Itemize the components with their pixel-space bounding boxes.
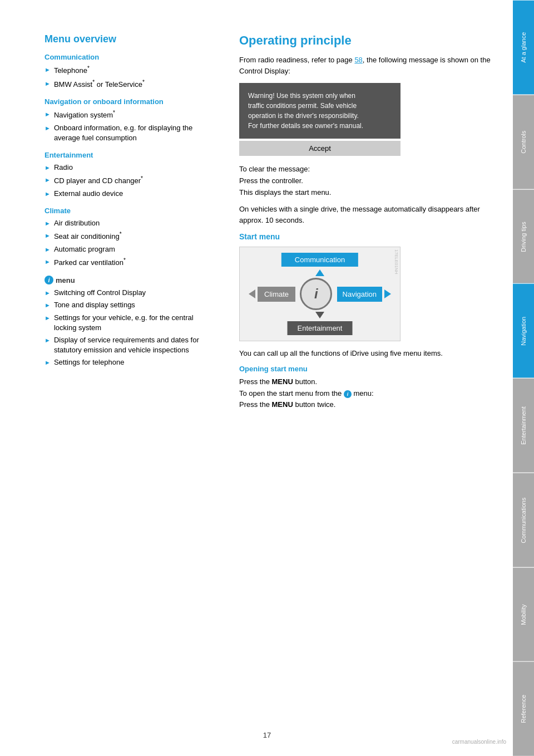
page-number: 17 xyxy=(263,731,271,739)
arrow-icon: ► xyxy=(44,246,51,254)
list-item: ► Display of service requirements and da… xyxy=(44,335,217,355)
arrow-icon: ► xyxy=(44,124,51,132)
list-item: ► Settings for telephone xyxy=(44,357,217,367)
list-item: ► Telephone* xyxy=(44,65,217,76)
imenu-title: i menu xyxy=(44,276,217,284)
arrow-down-icon xyxy=(315,312,324,318)
list-item: ► Automatic program xyxy=(44,244,217,254)
main-content: Menu overview Communication ► Telephone*… xyxy=(0,0,513,756)
entertainment-section: Entertainment ► Radio ► CD player and CD… xyxy=(44,151,217,199)
arrow-icon: ► xyxy=(44,359,51,367)
navigation-title: Navigation or onboard information xyxy=(44,97,217,106)
imenu-section: i menu ► Switching off Control Display ►… xyxy=(44,276,217,367)
climate-section: Climate ► Air distribution ► Seat air co… xyxy=(44,207,217,268)
warning-box: Warning! Use this system only when traff… xyxy=(239,83,400,139)
tab-controls[interactable]: Controls xyxy=(513,95,534,189)
info-icon-inline: i xyxy=(344,390,352,398)
arrow-left-icon xyxy=(249,289,255,298)
communication-title: Communication xyxy=(44,53,217,61)
arrow-icon: ► xyxy=(44,314,51,322)
arrow-icon: ► xyxy=(44,258,51,266)
list-item: ► Switching off Control Display xyxy=(44,288,217,298)
opening-start-text: Press the MENU button. To open the start… xyxy=(239,376,491,411)
list-item: ► Seat air conditioning* xyxy=(44,230,217,242)
menu-overview-title: Menu overview xyxy=(44,33,217,45)
navigation-section: Navigation or onboard information ► Navi… xyxy=(44,97,217,143)
tab-navigation[interactable]: Navigation xyxy=(513,283,534,378)
diagram-communication-label: Communication xyxy=(281,253,358,267)
right-sidebar: At a glance Controls Driving tips Naviga… xyxy=(513,0,534,756)
right-column: Operating principle From radio readiness… xyxy=(239,33,491,734)
arrow-icon: ► xyxy=(44,110,51,119)
arrow-right-icon xyxy=(384,289,391,298)
tab-at-a-glance[interactable]: At a glance xyxy=(513,0,534,95)
arrow-icon: ► xyxy=(44,219,51,228)
diagram-center-icon: i xyxy=(300,278,332,310)
arrow-icon: ► xyxy=(44,336,51,345)
diagram-navigation-group: Navigation xyxy=(337,287,391,302)
page-link[interactable]: 58 xyxy=(354,56,362,64)
communication-list: ► Telephone* ► BMW Assist* or TeleServic… xyxy=(44,65,217,90)
diagram-climate-group: Climate xyxy=(249,287,295,302)
start-menu-title: Start menu xyxy=(239,232,491,241)
single-drive-text: On vehicles with a single drive, the mes… xyxy=(239,204,491,225)
arrow-icon: ► xyxy=(44,176,51,184)
entertainment-list: ► Radio ► CD player and CD changer* ► Ex… xyxy=(44,163,217,199)
arrow-up-icon xyxy=(315,269,324,276)
arrow-icon: ► xyxy=(44,80,51,88)
arrow-icon: ► xyxy=(44,232,51,240)
left-column: Menu overview Communication ► Telephone*… xyxy=(44,33,217,734)
tab-communications[interactable]: Communications xyxy=(513,473,534,567)
info-icon: i xyxy=(44,276,53,284)
list-item: ► Parked car ventilation* xyxy=(44,257,217,268)
five-items-text: You can call up all the functions of iDr… xyxy=(239,348,491,359)
arrow-icon: ► xyxy=(44,190,51,198)
list-item: ► CD player and CD changer* xyxy=(44,175,217,186)
list-item: ► Settings for your vehicle, e.g. for th… xyxy=(44,313,217,333)
page-container: Menu overview Communication ► Telephone*… xyxy=(0,0,534,756)
list-item: ► Tone and display settings xyxy=(44,300,217,310)
diagram-climate-label: Climate xyxy=(258,287,295,302)
navigation-list: ► Navigation system* ► Onboard informati… xyxy=(44,109,217,143)
tab-mobility[interactable]: Mobility xyxy=(513,567,534,662)
clear-message-text: To clear the message: Press the controll… xyxy=(239,164,491,198)
tab-driving-tips[interactable]: Driving tips xyxy=(513,189,534,284)
list-item: ► External audio device xyxy=(44,189,217,199)
list-item: ► Navigation system* xyxy=(44,109,217,121)
accept-button[interactable]: Accept xyxy=(239,141,400,156)
list-item: ► Radio xyxy=(44,163,217,173)
entertainment-title: Entertainment xyxy=(44,151,217,159)
imenu-list: ► Switching off Control Display ► Tone a… xyxy=(44,288,217,367)
menu-bold-2: MENU xyxy=(272,400,293,409)
operating-principle-title: Operating principle xyxy=(239,33,491,48)
arrow-icon: ► xyxy=(44,289,51,297)
list-item: ► BMW Assist* or TeleService* xyxy=(44,78,217,90)
diagram-entertainment-label: Entertainment xyxy=(288,321,353,335)
communication-section: Communication ► Telephone* ► BMW Assist*… xyxy=(44,53,217,90)
site-watermark: carmanualsonline.info xyxy=(452,739,506,745)
climate-list: ► Air distribution ► Seat air conditioni… xyxy=(44,218,217,268)
diagram-watermark: 17ELE01NH xyxy=(394,249,399,274)
tab-entertainment[interactable]: Entertainment xyxy=(513,378,534,473)
climate-title: Climate xyxy=(44,207,217,215)
diagram-middle-row: Climate i Navigation xyxy=(240,278,400,310)
intro-text: From radio readiness, refer to page 58, … xyxy=(239,55,491,76)
idrive-diagram: Communication Climate i Navigation xyxy=(239,247,400,341)
arrow-icon: ► xyxy=(44,66,51,74)
menu-bold-1: MENU xyxy=(272,377,293,386)
tab-reference[interactable]: Reference xyxy=(513,661,534,756)
diagram-navigation-label: Navigation xyxy=(337,287,382,302)
opening-start-title: Opening start menu xyxy=(239,365,491,373)
list-item: ► Onboard information, e.g. for displayi… xyxy=(44,123,217,143)
arrow-icon: ► xyxy=(44,301,51,310)
list-item: ► Air distribution xyxy=(44,218,217,228)
arrow-icon: ► xyxy=(44,164,51,172)
